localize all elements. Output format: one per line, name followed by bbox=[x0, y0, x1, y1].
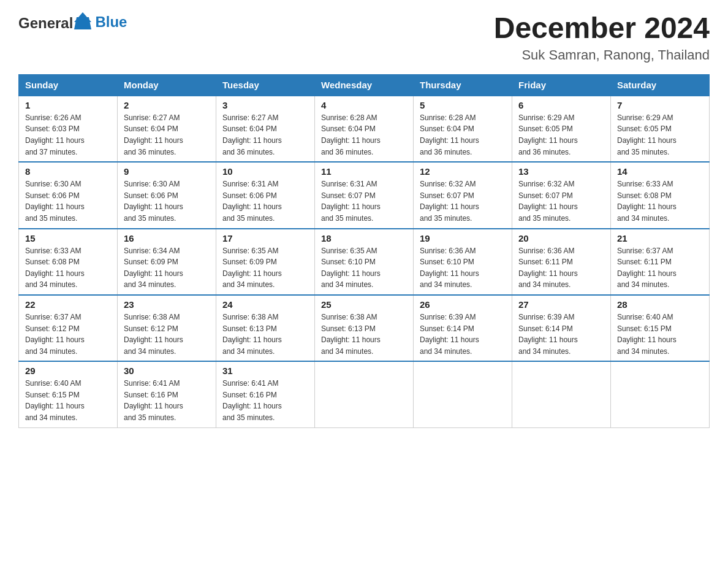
col-header-thursday: Thursday bbox=[414, 74, 512, 96]
calendar-body: 1Sunrise: 6:26 AMSunset: 6:03 PMDaylight… bbox=[19, 96, 710, 427]
day-info: Sunrise: 6:37 AMSunset: 6:12 PMDaylight:… bbox=[25, 312, 111, 357]
day-info: Sunrise: 6:30 AMSunset: 6:06 PMDaylight:… bbox=[25, 178, 111, 224]
day-info: Sunrise: 6:33 AMSunset: 6:08 PMDaylight:… bbox=[25, 245, 111, 291]
day-number: 1 bbox=[25, 100, 111, 110]
calendar-week-row: 1Sunrise: 6:26 AMSunset: 6:03 PMDaylight… bbox=[19, 96, 710, 162]
calendar-cell bbox=[611, 361, 710, 427]
calendar-cell: 2Sunrise: 6:27 AMSunset: 6:04 PMDaylight… bbox=[118, 96, 216, 162]
calendar-cell: 10Sunrise: 6:31 AMSunset: 6:06 PMDayligh… bbox=[216, 162, 315, 228]
calendar-cell: 13Sunrise: 6:32 AMSunset: 6:07 PMDayligh… bbox=[512, 162, 611, 228]
logo-blue-text: Blue bbox=[95, 13, 127, 31]
day-number: 14 bbox=[617, 166, 703, 177]
calendar-cell: 4Sunrise: 6:28 AMSunset: 6:04 PMDaylight… bbox=[315, 96, 414, 162]
day-number: 15 bbox=[25, 233, 111, 243]
calendar-cell: 21Sunrise: 6:37 AMSunset: 6:11 PMDayligh… bbox=[611, 229, 710, 295]
day-info: Sunrise: 6:29 AMSunset: 6:05 PMDaylight:… bbox=[617, 112, 703, 158]
day-info: Sunrise: 6:37 AMSunset: 6:11 PMDaylight:… bbox=[617, 245, 703, 291]
title-block: December 2024 Suk Samran, Ranong, Thaila… bbox=[494, 12, 710, 63]
logo: General Blue bbox=[18, 12, 127, 32]
calendar-cell: 14Sunrise: 6:33 AMSunset: 6:08 PMDayligh… bbox=[611, 162, 710, 228]
day-number: 6 bbox=[518, 100, 604, 110]
day-info: Sunrise: 6:40 AMSunset: 6:15 PMDaylight:… bbox=[617, 312, 703, 357]
day-info: Sunrise: 6:29 AMSunset: 6:05 PMDaylight:… bbox=[518, 112, 604, 158]
day-number: 22 bbox=[25, 299, 111, 310]
day-number: 12 bbox=[420, 166, 506, 177]
calendar-week-row: 15Sunrise: 6:33 AMSunset: 6:08 PMDayligh… bbox=[19, 229, 710, 295]
day-number: 7 bbox=[617, 100, 703, 110]
calendar-cell bbox=[512, 361, 611, 427]
day-info: Sunrise: 6:39 AMSunset: 6:14 PMDaylight:… bbox=[420, 312, 506, 357]
day-info: Sunrise: 6:35 AMSunset: 6:09 PMDaylight:… bbox=[222, 245, 308, 291]
calendar-cell: 3Sunrise: 6:27 AMSunset: 6:04 PMDaylight… bbox=[216, 96, 315, 162]
day-info: Sunrise: 6:32 AMSunset: 6:07 PMDaylight:… bbox=[420, 178, 506, 224]
day-info: Sunrise: 6:36 AMSunset: 6:10 PMDaylight:… bbox=[420, 245, 506, 291]
day-number: 21 bbox=[617, 233, 703, 243]
calendar-cell: 27Sunrise: 6:39 AMSunset: 6:14 PMDayligh… bbox=[512, 295, 611, 361]
calendar-table: SundayMondayTuesdayWednesdayThursdayFrid… bbox=[18, 74, 710, 428]
day-info: Sunrise: 6:41 AMSunset: 6:16 PMDaylight:… bbox=[124, 378, 210, 423]
day-number: 28 bbox=[617, 299, 703, 310]
calendar-cell: 16Sunrise: 6:34 AMSunset: 6:09 PMDayligh… bbox=[118, 229, 216, 295]
day-number: 26 bbox=[420, 299, 506, 310]
calendar-cell: 8Sunrise: 6:30 AMSunset: 6:06 PMDaylight… bbox=[19, 162, 118, 228]
day-number: 29 bbox=[25, 366, 111, 376]
calendar-cell: 25Sunrise: 6:38 AMSunset: 6:13 PMDayligh… bbox=[315, 295, 414, 361]
day-info: Sunrise: 6:31 AMSunset: 6:06 PMDaylight:… bbox=[222, 178, 308, 224]
calendar-cell: 6Sunrise: 6:29 AMSunset: 6:05 PMDaylight… bbox=[512, 96, 611, 162]
day-info: Sunrise: 6:38 AMSunset: 6:13 PMDaylight:… bbox=[222, 312, 308, 357]
day-number: 13 bbox=[518, 166, 604, 177]
day-info: Sunrise: 6:36 AMSunset: 6:11 PMDaylight:… bbox=[518, 245, 604, 291]
day-info: Sunrise: 6:28 AMSunset: 6:04 PMDaylight:… bbox=[321, 112, 407, 158]
calendar-cell: 17Sunrise: 6:35 AMSunset: 6:09 PMDayligh… bbox=[216, 229, 315, 295]
day-info: Sunrise: 6:35 AMSunset: 6:10 PMDaylight:… bbox=[321, 245, 407, 291]
day-number: 19 bbox=[420, 233, 506, 243]
calendar-cell: 26Sunrise: 6:39 AMSunset: 6:14 PMDayligh… bbox=[414, 295, 512, 361]
day-info: Sunrise: 6:34 AMSunset: 6:09 PMDaylight:… bbox=[124, 245, 210, 291]
calendar-cell: 19Sunrise: 6:36 AMSunset: 6:10 PMDayligh… bbox=[414, 229, 512, 295]
calendar-title: December 2024 bbox=[494, 12, 710, 45]
day-info: Sunrise: 6:27 AMSunset: 6:04 PMDaylight:… bbox=[222, 112, 308, 158]
calendar-cell: 30Sunrise: 6:41 AMSunset: 6:16 PMDayligh… bbox=[118, 361, 216, 427]
calendar-cell: 31Sunrise: 6:41 AMSunset: 6:16 PMDayligh… bbox=[216, 361, 315, 427]
col-header-sunday: Sunday bbox=[19, 74, 118, 96]
day-number: 3 bbox=[222, 100, 308, 110]
day-number: 24 bbox=[222, 299, 308, 310]
calendar-cell: 18Sunrise: 6:35 AMSunset: 6:10 PMDayligh… bbox=[315, 229, 414, 295]
day-number: 25 bbox=[321, 299, 407, 310]
day-info: Sunrise: 6:32 AMSunset: 6:07 PMDaylight:… bbox=[518, 178, 604, 224]
day-info: Sunrise: 6:30 AMSunset: 6:06 PMDaylight:… bbox=[124, 178, 210, 224]
col-header-tuesday: Tuesday bbox=[216, 74, 315, 96]
calendar-cell bbox=[414, 361, 512, 427]
col-header-saturday: Saturday bbox=[611, 74, 710, 96]
day-number: 31 bbox=[222, 366, 308, 376]
calendar-cell: 29Sunrise: 6:40 AMSunset: 6:15 PMDayligh… bbox=[19, 361, 118, 427]
day-info: Sunrise: 6:38 AMSunset: 6:12 PMDaylight:… bbox=[124, 312, 210, 357]
day-number: 16 bbox=[124, 233, 210, 243]
day-number: 27 bbox=[518, 299, 604, 310]
day-info: Sunrise: 6:28 AMSunset: 6:04 PMDaylight:… bbox=[420, 112, 506, 158]
calendar-cell: 15Sunrise: 6:33 AMSunset: 6:08 PMDayligh… bbox=[19, 229, 118, 295]
day-info: Sunrise: 6:38 AMSunset: 6:13 PMDaylight:… bbox=[321, 312, 407, 357]
day-number: 20 bbox=[518, 233, 604, 243]
logo-general-text: General bbox=[18, 15, 73, 32]
day-number: 10 bbox=[222, 166, 308, 177]
day-number: 17 bbox=[222, 233, 308, 243]
calendar-week-row: 8Sunrise: 6:30 AMSunset: 6:06 PMDaylight… bbox=[19, 162, 710, 228]
calendar-cell: 5Sunrise: 6:28 AMSunset: 6:04 PMDaylight… bbox=[414, 96, 512, 162]
page-header: General Blue December 2024 Suk Samran, R… bbox=[18, 12, 710, 63]
calendar-week-row: 22Sunrise: 6:37 AMSunset: 6:12 PMDayligh… bbox=[19, 295, 710, 361]
calendar-cell: 9Sunrise: 6:30 AMSunset: 6:06 PMDaylight… bbox=[118, 162, 216, 228]
day-info: Sunrise: 6:27 AMSunset: 6:04 PMDaylight:… bbox=[124, 112, 210, 158]
day-number: 4 bbox=[321, 100, 407, 110]
calendar-cell: 12Sunrise: 6:32 AMSunset: 6:07 PMDayligh… bbox=[414, 162, 512, 228]
day-number: 5 bbox=[420, 100, 506, 110]
calendar-cell: 23Sunrise: 6:38 AMSunset: 6:12 PMDayligh… bbox=[118, 295, 216, 361]
calendar-cell: 20Sunrise: 6:36 AMSunset: 6:11 PMDayligh… bbox=[512, 229, 611, 295]
day-info: Sunrise: 6:33 AMSunset: 6:08 PMDaylight:… bbox=[617, 178, 703, 224]
day-number: 23 bbox=[124, 299, 210, 310]
calendar-cell: 11Sunrise: 6:31 AMSunset: 6:07 PMDayligh… bbox=[315, 162, 414, 228]
day-info: Sunrise: 6:41 AMSunset: 6:16 PMDaylight:… bbox=[222, 378, 308, 423]
day-info: Sunrise: 6:40 AMSunset: 6:15 PMDaylight:… bbox=[25, 378, 111, 423]
day-number: 18 bbox=[321, 233, 407, 243]
calendar-cell: 22Sunrise: 6:37 AMSunset: 6:12 PMDayligh… bbox=[19, 295, 118, 361]
